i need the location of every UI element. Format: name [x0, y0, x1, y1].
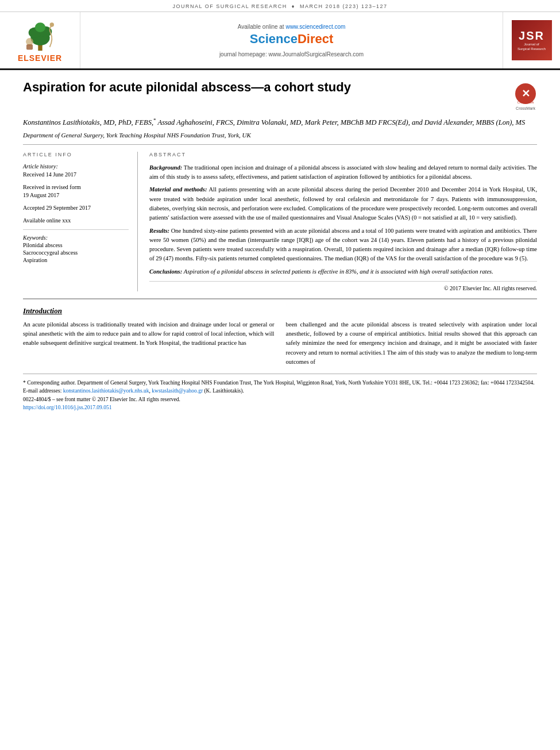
revised-label: Received in revised form 19 August 2017 — [23, 183, 129, 199]
elsevier-text: ELSEVIER — [18, 53, 62, 63]
journal-name: JOURNAL OF SURGICAL RESEARCH — [172, 3, 287, 9]
elsevier-logo: ELSEVIER — [17, 18, 63, 63]
jsr-badge: JSR Journal ofSurgical Research — [512, 20, 552, 60]
keywords-label: Keywords: — [23, 234, 129, 241]
crossmark-icon[interactable]: ✕ CrossMark CrossMark — [514, 82, 537, 105]
header-center: Available online at www.sciencedirect.co… — [80, 12, 503, 68]
crossmark-label: CrossMark — [514, 106, 537, 110]
methods-label: Material and methods: — [149, 186, 207, 193]
email-link-2[interactable]: kwstaslasith@yahoo.gr — [152, 388, 203, 394]
jsr-text: JSR — [519, 29, 544, 43]
results-label: Results: — [149, 228, 169, 234]
article-info-title: ARTICLE INFO — [23, 152, 129, 157]
abstract-results: Results: One hundred sixty-nine patients… — [149, 226, 537, 264]
issn-note: 0022-4804/$ – see front matter © 2017 El… — [23, 395, 537, 403]
intro-right-col: been challenged and the acute pilonidal … — [286, 320, 538, 367]
introduction-section: Introduction An acute pilonidal abscess … — [23, 298, 537, 367]
introduction-columns: An acute pilonidal abscess is traditiona… — [23, 320, 537, 367]
affiliation: Department of General Surgery, York Teac… — [23, 132, 537, 145]
elsevier-logo-section: ELSEVIER — [0, 12, 80, 68]
corresponding-author-note: * Corresponding author. Department of Ge… — [23, 379, 537, 387]
journal-date: MARCH 2018 (223) 123–127 — [300, 3, 388, 9]
background-text: The traditional open incision and draina… — [149, 164, 537, 180]
journal-bar: JOURNAL OF SURGICAL RESEARCH ♦ MARCH 201… — [0, 0, 560, 12]
article-title: Aspiration for acute pilonidal abscess—a… — [23, 79, 505, 96]
authors: Konstantinos Lasithiotakis, MD, PhD, FEB… — [23, 117, 537, 128]
title-section: Aspiration for acute pilonidal abscess—a… — [23, 79, 537, 111]
journal-homepage: journal homepage: www.JournalofSurgicalR… — [219, 51, 364, 57]
jsr-badge-section: JSR Journal ofSurgical Research — [503, 12, 560, 68]
introduction-title: Introduction — [23, 306, 537, 316]
intro-left-col: An acute pilonidal abscess is traditiona… — [23, 320, 275, 367]
doi-link: https://doi.org/10.1016/j.jss.2017.09.05… — [23, 403, 537, 411]
email-note: E-mail addresses: konstantinos.lasithiot… — [23, 387, 537, 395]
received-date: Received 14 June 2017 — [23, 171, 129, 179]
bullet1: ♦ — [292, 3, 295, 9]
jsr-subtitle: Journal ofSurgical Research — [517, 43, 546, 51]
abstract-section: ABSTRACT Background: The traditional ope… — [149, 152, 537, 291]
article-content: Aspiration for acute pilonidal abscess—a… — [0, 70, 560, 421]
abstract-methods: Material and methods: All patients prese… — [149, 185, 537, 222]
svg-text:✕: ✕ — [522, 88, 530, 99]
copyright-notice: © 2017 Elsevier Inc. All rights reserved… — [149, 281, 537, 291]
keyword-1: Pilonidal abscess — [23, 242, 129, 248]
abstract-background: Background: The traditional open incisio… — [149, 163, 537, 182]
available-online: Available online xxx — [23, 217, 129, 225]
footnote-section: * Corresponding author. Department of Ge… — [23, 374, 537, 411]
abstract-title: ABSTRACT — [149, 152, 537, 157]
svg-point-5 — [26, 38, 33, 45]
abstract-text: Background: The traditional open incisio… — [149, 163, 537, 276]
elsevier-tree-icon — [17, 18, 63, 52]
conclusions-text: Aspiration of a pilonidal abscess in sel… — [184, 268, 493, 275]
email-link-1[interactable]: konstantinos.lasithiotakis@york.nhs.uk — [63, 388, 149, 394]
methods-text: All patients presenting with an acute pi… — [149, 186, 537, 221]
sciencedirect-url[interactable]: www.sciencedirect.com — [285, 24, 345, 30]
info-abstract-section: ARTICLE INFO Article history: Received 1… — [23, 152, 537, 291]
results-text: One hundred sixty-nine patients presente… — [149, 228, 537, 262]
article-info: ARTICLE INFO Article history: Received 1… — [23, 152, 138, 291]
page-header: ELSEVIER Available online at www.science… — [0, 12, 560, 70]
svg-text:CrossMark: CrossMark — [517, 101, 534, 104]
svg-point-4 — [34, 22, 45, 32]
accepted-date: Accepted 29 September 2017 — [23, 204, 129, 212]
conclusions-label: Conclusions: — [149, 268, 182, 275]
keywords-section: Keywords: Pilonidal abscess Sacrococcyge… — [23, 229, 129, 263]
background-label: Background: — [149, 164, 182, 171]
svg-rect-6 — [26, 44, 33, 49]
abstract-conclusions: Conclusions: Aspiration of a pilonidal a… — [149, 267, 537, 276]
sciencedirect-logo: ScienceDirect — [250, 32, 334, 47]
available-text: Available online at www.sciencedirect.co… — [238, 24, 346, 30]
svg-point-7 — [49, 22, 53, 26]
keyword-3: Aspiration — [23, 257, 129, 263]
history-label: Article history: — [23, 163, 129, 170]
keyword-2: Sacrococcygeal abscess — [23, 249, 129, 256]
